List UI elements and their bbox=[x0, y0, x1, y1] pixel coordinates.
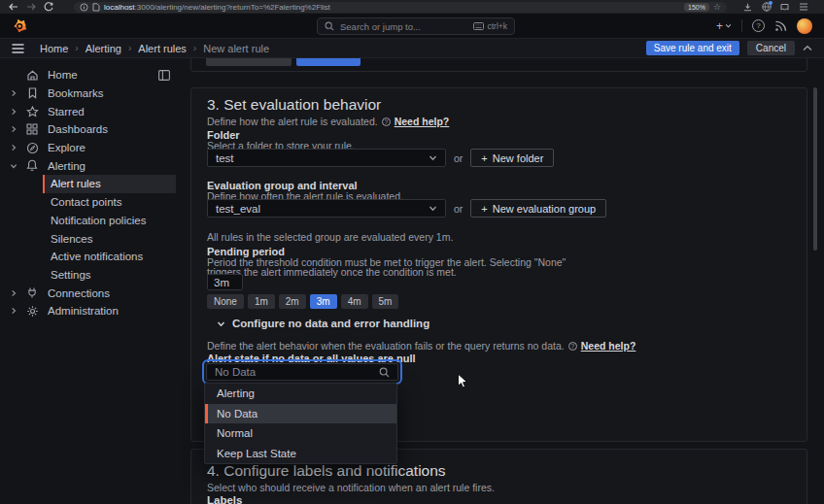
menu-option-keep-last-state[interactable]: Keep Last State bbox=[205, 444, 396, 464]
save-rule-button[interactable]: Save rule and exit bbox=[646, 41, 739, 55]
gear-icon bbox=[24, 305, 40, 318]
sidebar-item-contact-points[interactable]: Contact points bbox=[0, 193, 182, 212]
breadcrumb-alert-rules[interactable]: Alert rules bbox=[138, 43, 187, 54]
folder-select[interactable]: test bbox=[207, 149, 446, 167]
chevron-down-icon bbox=[429, 153, 437, 162]
chevron-right-icon[interactable] bbox=[8, 307, 19, 315]
account-icon[interactable] bbox=[761, 2, 772, 13]
main-content: 3. Set evaluation behavior Define how th… bbox=[182, 58, 824, 504]
notification-dot bbox=[769, 1, 772, 5]
pending-option-none[interactable]: None bbox=[207, 294, 244, 309]
divider bbox=[741, 19, 742, 32]
no-data-options-menu: Alerting No Data Normal Keep Last State bbox=[204, 383, 397, 464]
mouse-cursor bbox=[457, 373, 468, 389]
or-text: or bbox=[454, 152, 463, 164]
search-placeholder: Search or jump to... bbox=[340, 21, 421, 32]
or-text: or bbox=[454, 203, 463, 215]
site-info-icon bbox=[80, 3, 88, 12]
chevron-right-icon[interactable] bbox=[8, 125, 19, 133]
zoom-level-badge[interactable]: 150% bbox=[684, 3, 709, 12]
bookmark-star-icon[interactable]: ☆ bbox=[713, 3, 721, 12]
sidebar-item-administration[interactable]: Administration bbox=[0, 302, 182, 320]
partial-primary-button[interactable] bbox=[296, 58, 360, 66]
chevron-down-icon bbox=[429, 204, 437, 213]
home-icon bbox=[24, 69, 40, 82]
search-input[interactable]: Search or jump to... ctrl+k bbox=[317, 17, 515, 35]
plus-icon: + bbox=[716, 19, 723, 33]
help-circle-icon: ? bbox=[382, 118, 391, 126]
section4-title: 4. Configure labels and notifications bbox=[207, 462, 446, 480]
chevron-down-icon[interactable] bbox=[8, 162, 19, 170]
menu-option-alerting[interactable]: Alerting bbox=[205, 384, 396, 404]
scrollbar-thumb[interactable] bbox=[813, 87, 817, 251]
sidebar-item-starred[interactable]: Starred bbox=[0, 102, 182, 120]
sidebar-item-connections[interactable]: Connections bbox=[0, 284, 182, 302]
breadcrumb-current: New alert rule bbox=[203, 43, 269, 54]
sidebar-item-bookmarks[interactable]: Bookmarks bbox=[0, 84, 182, 103]
news-icon[interactable] bbox=[774, 20, 787, 32]
download-icon[interactable] bbox=[742, 2, 753, 13]
sidebar-item-explore[interactable]: Explore bbox=[0, 139, 182, 157]
cancel-button[interactable]: Cancel bbox=[747, 41, 795, 55]
labels-label: Labels bbox=[207, 494, 242, 504]
new-eval-group-button[interactable]: + New evaluation group bbox=[470, 199, 606, 218]
sidebar-item-dashboards[interactable]: Dashboards bbox=[0, 120, 182, 139]
browser-back-icon[interactable] bbox=[8, 1, 19, 13]
breadcrumb-bar: Home › Alerting › Alert rules › New aler… bbox=[0, 39, 824, 58]
dock-menu-icon[interactable] bbox=[158, 70, 170, 81]
mega-menu-toggle[interactable] bbox=[12, 44, 24, 53]
pending-period-options: None 1m 2m 3m 4m 5m bbox=[207, 294, 398, 309]
sidebar-item-notification-policies[interactable]: Notification policies bbox=[0, 212, 182, 230]
add-menu-button[interactable]: + bbox=[716, 19, 732, 33]
browser-menu-icon[interactable] bbox=[798, 2, 808, 13]
chevron-right-icon[interactable] bbox=[8, 108, 19, 116]
need-help-link[interactable]: Need help? bbox=[395, 116, 450, 127]
plus-icon: + bbox=[481, 203, 487, 215]
pending-option-1m[interactable]: 1m bbox=[248, 294, 275, 309]
search-icon bbox=[379, 367, 390, 378]
sidebar-item-active-notifications[interactable]: Active notifications bbox=[0, 248, 182, 266]
browser-forward-icon[interactable] bbox=[25, 1, 37, 13]
partial-secondary-button[interactable] bbox=[206, 58, 292, 66]
section3-subtitle: Define how the alert rule is evaluated. … bbox=[207, 116, 449, 127]
pending-option-4m[interactable]: 4m bbox=[341, 294, 368, 309]
chevron-down-icon bbox=[725, 22, 732, 29]
url-text: localhost:3000/alerting/new/alerting?ret… bbox=[104, 3, 330, 12]
no-data-description: Define the alert behavior when the evalu… bbox=[207, 340, 635, 352]
sidebar-item-settings[interactable]: Settings bbox=[0, 266, 182, 285]
need-help-link[interactable]: Need help? bbox=[581, 340, 636, 352]
pending-option-3m[interactable]: 3m bbox=[310, 294, 337, 309]
star-icon bbox=[24, 106, 40, 118]
plus-icon: + bbox=[481, 152, 487, 164]
help-button[interactable]: ? bbox=[752, 19, 765, 32]
pending-option-5m[interactable]: 5m bbox=[372, 294, 399, 309]
sidebar-item-alert-rules[interactable]: Alert rules bbox=[0, 175, 182, 193]
sidebar-item-home[interactable]: Home bbox=[0, 66, 182, 84]
browser-reload-icon[interactable] bbox=[43, 1, 54, 13]
menu-option-no-data[interactable]: No Data bbox=[205, 404, 396, 424]
breadcrumb-home[interactable]: Home bbox=[40, 43, 68, 54]
no-data-state-select[interactable]: No Data bbox=[206, 363, 398, 381]
browser-extensions bbox=[742, 2, 808, 13]
chevron-right-icon[interactable] bbox=[8, 89, 19, 97]
breadcrumb-separator: › bbox=[75, 43, 78, 53]
collapse-header-chevron-icon[interactable] bbox=[803, 45, 812, 51]
pending-option-2m[interactable]: 2m bbox=[279, 294, 306, 309]
chevron-right-icon[interactable] bbox=[8, 289, 19, 297]
no-data-collapse-toggle[interactable]: Configure no data and error handling bbox=[217, 318, 429, 329]
extension-icon[interactable] bbox=[779, 2, 790, 13]
eval-group-select[interactable]: test_eval bbox=[207, 199, 446, 218]
section4-subtitle: Select who should receive a notification… bbox=[207, 482, 495, 493]
url-bar[interactable]: localhost:3000/alerting/new/alerting?ret… bbox=[74, 2, 727, 13]
menu-option-normal[interactable]: Normal bbox=[205, 423, 396, 444]
breadcrumb-alerting[interactable]: Alerting bbox=[86, 43, 121, 54]
sidebar-item-alerting[interactable]: Alerting bbox=[0, 156, 182, 175]
new-folder-button[interactable]: + New folder bbox=[470, 149, 554, 167]
sidebar-item-silences[interactable]: Silences bbox=[0, 229, 182, 248]
pending-period-input[interactable]: 3m bbox=[207, 274, 243, 290]
grafana-logo[interactable] bbox=[12, 18, 27, 34]
breadcrumb: Home › Alerting › Alert rules › New aler… bbox=[40, 43, 269, 54]
search-shortcut: ctrl+k bbox=[473, 21, 507, 31]
chevron-right-icon[interactable] bbox=[8, 144, 19, 151]
user-avatar[interactable] bbox=[797, 18, 812, 34]
